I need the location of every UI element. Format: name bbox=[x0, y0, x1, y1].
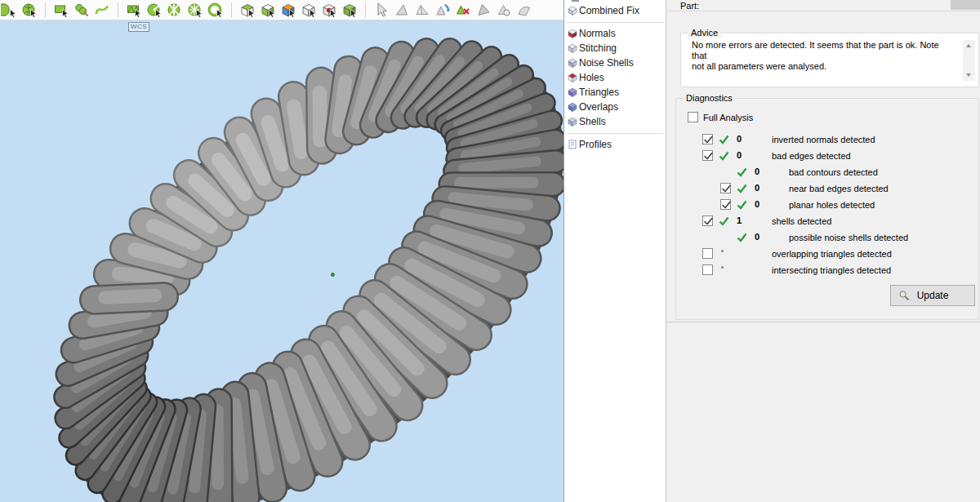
inspector-panel: Part: Advice No more errors are detected… bbox=[666, 0, 980, 502]
fix-tool-profiles[interactable]: Profiles bbox=[564, 137, 666, 152]
triangle-tool-1-icon[interactable] bbox=[394, 2, 410, 18]
fix-tool-noise-shells[interactable]: Noise Shells bbox=[564, 56, 666, 70]
fix-tool-label: Overlaps bbox=[579, 101, 618, 113]
mark-shell-icon[interactable] bbox=[146, 2, 163, 18]
mark-spokes-icon[interactable] bbox=[187, 2, 203, 18]
defect-count: 0 bbox=[737, 134, 742, 144]
diagnostic-label: inverted normals detected bbox=[772, 135, 875, 144]
scroll-up-icon[interactable] bbox=[963, 40, 975, 52]
view-cube-red-core-icon[interactable] bbox=[321, 2, 337, 18]
pass-check-icon bbox=[737, 167, 747, 177]
part-label: Part: bbox=[680, 1, 699, 11]
fix-tool-overlaps[interactable]: Overlaps bbox=[564, 100, 666, 114]
diagnostic-row: 0planar holes detected bbox=[676, 197, 978, 213]
cube-holes-icon bbox=[568, 73, 577, 82]
defect-count: 0 bbox=[755, 183, 760, 193]
defect-count: 0 bbox=[755, 199, 760, 209]
part-mesh bbox=[0, 20, 564, 502]
not-analysed-dot bbox=[721, 266, 724, 269]
fix-tool-holes[interactable]: Holes bbox=[564, 70, 666, 85]
diagnostic-row: 0inverted normals detected bbox=[676, 131, 978, 148]
diagnostic-row: 0near bad edges detected bbox=[676, 180, 978, 197]
defect-count: 0 bbox=[755, 232, 760, 242]
select-shell-icon[interactable] bbox=[21, 2, 38, 18]
triangle-detect-icon[interactable] bbox=[496, 2, 512, 18]
viewport-3d[interactable]: WCS bbox=[0, 20, 564, 502]
advice-scrollbar[interactable] bbox=[963, 40, 975, 81]
wcs-label: WCS bbox=[128, 22, 149, 32]
clipped-item-fragment bbox=[572, 0, 579, 2]
diagnostic-label: overlapping triangles detected bbox=[772, 249, 892, 259]
fix-tool-label: Noise Shells bbox=[579, 57, 634, 69]
triangle-delete-icon[interactable] bbox=[455, 2, 471, 18]
diagnostics-title: Diagnostics bbox=[683, 93, 736, 103]
advice-text: No more errors are detected. It seems th… bbox=[692, 40, 955, 72]
diagnostic-label: near bad edges detected bbox=[789, 184, 889, 193]
diagnostic-checkbox[interactable] bbox=[720, 199, 731, 210]
mark-plane-icon[interactable] bbox=[167, 2, 183, 18]
pass-check-icon bbox=[737, 233, 747, 242]
fix-tool-triangles[interactable]: Triangles bbox=[564, 85, 666, 100]
update-button-label: Update bbox=[917, 290, 949, 301]
select-curve-icon[interactable] bbox=[94, 2, 110, 18]
defect-count: 0 bbox=[755, 167, 760, 176]
advice-title: Advice bbox=[688, 28, 721, 38]
toolbar-separator bbox=[365, 2, 366, 17]
diagnostic-label: planar holes detected bbox=[789, 200, 875, 210]
fix-tool-label: Profiles bbox=[579, 139, 612, 150]
fix-tools-panel: Combined FixNormalsStitchingNoise Shells… bbox=[564, 0, 666, 502]
scroll-down-icon[interactable] bbox=[963, 69, 975, 81]
pass-check-icon bbox=[737, 184, 747, 193]
fix-tool-combined-fix[interactable]: Combined Fix bbox=[564, 3, 666, 18]
fix-tool-label: Stitching bbox=[579, 42, 617, 54]
diagnostic-label: shells detected bbox=[772, 216, 831, 226]
origin-point-marker bbox=[331, 273, 335, 277]
toolbar-separator bbox=[118, 2, 118, 17]
toolbar-separator bbox=[231, 2, 232, 17]
diagnostic-checkbox[interactable] bbox=[702, 150, 713, 161]
diagnostic-checkbox[interactable] bbox=[702, 248, 713, 259]
diagnostic-label: bad contours detected bbox=[789, 167, 878, 177]
diagnostic-row: 1shells detected bbox=[676, 213, 978, 229]
cube-red-icon bbox=[568, 29, 577, 38]
fix-panel-separator bbox=[567, 22, 663, 23]
view-cube-green-top-icon[interactable] bbox=[239, 2, 256, 18]
mark-triangles-window-icon[interactable] bbox=[126, 2, 142, 18]
view-cube-white-icon[interactable] bbox=[301, 2, 317, 18]
cube-noise-icon bbox=[568, 58, 577, 68]
full-analysis-checkbox[interactable] bbox=[688, 112, 698, 122]
diagnostic-label: bad edges detected bbox=[772, 151, 851, 161]
mesh-repair-app: WCS Combined FixNormalsStitchingNoise Sh… bbox=[0, 0, 980, 502]
advice-line: not all parameters were analysed. bbox=[692, 61, 955, 72]
select-brush-icon[interactable] bbox=[74, 2, 90, 18]
fix-tool-stitching[interactable]: Stitching bbox=[564, 41, 666, 56]
triangle-rotate-icon[interactable] bbox=[434, 2, 451, 18]
update-button[interactable]: Update bbox=[890, 285, 975, 306]
main-toolbar bbox=[0, 0, 564, 20]
not-analysed-dot bbox=[721, 250, 724, 252]
fix-tool-label: Normals bbox=[579, 28, 616, 39]
fix-tool-shells[interactable]: Shells bbox=[564, 114, 666, 129]
view-cube-solid-green-icon[interactable] bbox=[341, 2, 358, 18]
diagnostic-row: intersecting triangles detected bbox=[676, 262, 978, 278]
view-cube-green-icon[interactable] bbox=[260, 2, 276, 18]
fix-tool-label: Shells bbox=[579, 116, 606, 127]
diagnostic-checkbox[interactable] bbox=[702, 215, 713, 226]
diagnostic-label: possible noise shells detected bbox=[789, 233, 908, 242]
diagnostic-checkbox[interactable] bbox=[702, 264, 713, 275]
select-shape-partial-icon[interactable] bbox=[1, 2, 17, 18]
select-rectangle-icon[interactable] bbox=[53, 2, 69, 18]
mark-ring-icon[interactable] bbox=[207, 2, 224, 18]
surface-tool-icon[interactable] bbox=[516, 2, 532, 18]
triangle-tool-2-icon[interactable] bbox=[414, 2, 430, 18]
triangle-tool-3-icon[interactable] bbox=[475, 2, 492, 18]
diagnostic-checkbox[interactable] bbox=[720, 183, 731, 193]
diagnostic-checkbox[interactable] bbox=[702, 134, 713, 144]
advice-groupbox: Advice No more errors are detected. It s… bbox=[680, 33, 979, 87]
cursor-arrow-icon[interactable] bbox=[373, 2, 390, 18]
cube-steel-icon bbox=[568, 43, 577, 53]
fix-tool-normals[interactable]: Normals bbox=[564, 26, 666, 41]
collapsed-header-fragment[interactable] bbox=[951, 0, 980, 10]
pass-check-icon bbox=[719, 151, 729, 161]
view-cube-orange-blue-icon[interactable] bbox=[280, 2, 296, 18]
